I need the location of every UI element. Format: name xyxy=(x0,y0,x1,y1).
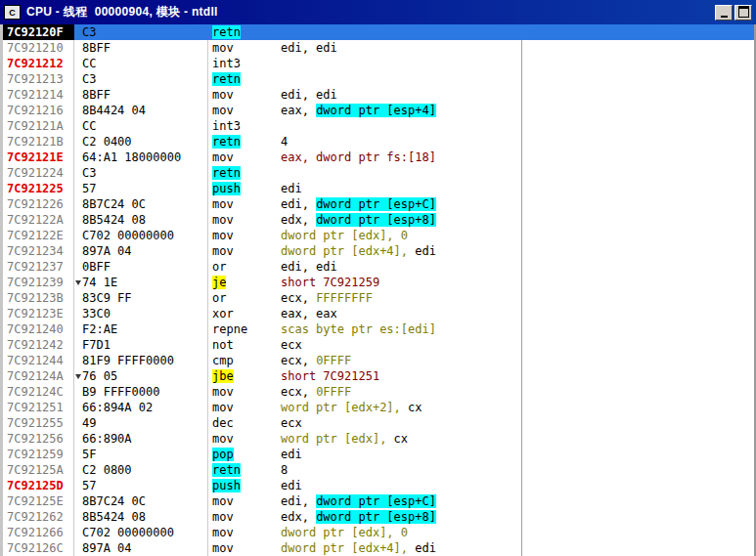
jump-marker-cell xyxy=(74,290,82,306)
mnemonic-cell: int3 xyxy=(208,118,281,134)
jump-marker-cell xyxy=(74,24,82,40)
titlebar[interactable]: C CPU - 线程 00000904, 模块 - ntdll xyxy=(0,0,756,24)
hex-bytes-cell: CC xyxy=(82,56,208,71)
mnemonic-cell: not xyxy=(208,337,281,353)
disassembly-pane[interactable]: 7C92120FC3retn7C9212108BFFmovedi, edi7C9… xyxy=(0,24,756,556)
operand: word ptr [edx], xyxy=(281,432,394,446)
jump-marker-cell xyxy=(74,509,82,525)
minimize-button[interactable] xyxy=(715,5,733,21)
hex-bytes-cell: 57 xyxy=(82,478,208,493)
disasm-row[interactable]: 7C92122EC702 00000000movdword ptr [edx],… xyxy=(3,228,754,243)
address-cell: 7C921240 xyxy=(3,321,74,337)
mnemonic: mov xyxy=(212,385,234,399)
hex-bytes-cell: 66:894A 02 xyxy=(82,400,208,415)
jump-marker-cell xyxy=(74,228,82,243)
hex-bytes-cell: 81F9 FFFF0000 xyxy=(82,353,208,368)
operand: scas byte ptr es:[edi] xyxy=(281,322,436,336)
mnemonic: not xyxy=(212,338,234,352)
jump-marker-cell xyxy=(74,275,82,290)
disasm-row[interactable]: 7C92122557pushedi xyxy=(3,181,754,196)
operands-cell: dword ptr [edx+4], edi xyxy=(281,243,522,259)
operands-cell: edi, edi xyxy=(281,87,522,103)
disasm-row[interactable]: 7C92126C897A 04movdword ptr [edx+4], edi xyxy=(3,540,754,556)
address-cell: 7C921237 xyxy=(3,259,74,275)
disasm-row[interactable]: 7C9212108BFFmovedi, edi xyxy=(3,40,754,56)
operand: cx xyxy=(394,432,408,446)
operands-cell: edi, edi xyxy=(281,40,522,56)
address-cell: 7C921210 xyxy=(3,40,74,56)
disasm-row[interactable]: 7C9212148BFFmovedi, edi xyxy=(3,87,754,103)
disasm-row[interactable]: 7C92125AC2 0800retn8 xyxy=(3,462,754,478)
mnemonic-cell: mov xyxy=(208,87,281,103)
comment-cell xyxy=(522,87,754,103)
mnemonic-cell: xor xyxy=(208,306,281,321)
disasm-row[interactable]: 7C9212595Fpopedi xyxy=(3,447,754,462)
disasm-row[interactable]: 7C92121ACCint3 xyxy=(3,118,754,134)
disasm-row[interactable]: 7C92121BC2 0400retn4 xyxy=(3,134,754,150)
jump-down-icon xyxy=(75,374,81,379)
comment-cell xyxy=(522,447,754,462)
disasm-row[interactable]: 7C92125D57pushedi xyxy=(3,478,754,493)
jump-marker-cell xyxy=(74,306,82,321)
disasm-row[interactable]: 7C92122A8B5424 08movedx, dword ptr [esp+… xyxy=(3,212,754,228)
disasm-row[interactable]: 7C92125166:894A 02movword ptr [edx+2], c… xyxy=(3,400,754,415)
jump-marker-cell xyxy=(74,71,82,87)
hex-bytes-cell: 83C9 FF xyxy=(82,290,208,306)
disasm-row[interactable]: 7C9212628B5424 08movedx, dword ptr [esp+… xyxy=(3,509,754,525)
mnemonic: mov xyxy=(212,213,234,227)
address-cell: 7C921224 xyxy=(3,165,74,181)
hex-bytes-cell: C2 0400 xyxy=(82,134,208,150)
operands-cell: ecx xyxy=(281,337,522,353)
disasm-row[interactable]: 7C92125549dececx xyxy=(3,415,754,431)
disasm-row[interactable]: 7C9212168B4424 04moveax, dword ptr [esp+… xyxy=(3,103,754,118)
disasm-row[interactable]: 7C92123B83C9 FForecx, FFFFFFFF xyxy=(3,290,754,306)
jump-marker-cell xyxy=(74,150,82,165)
operands-cell: eax, eax xyxy=(281,306,522,321)
operand: edi xyxy=(281,479,302,492)
operand: edi xyxy=(281,448,302,461)
mnemonic: dec xyxy=(212,416,234,430)
operand: dword ptr [edx+4], xyxy=(281,244,415,258)
mnemonic: mov xyxy=(212,401,234,414)
disasm-row[interactable]: 7C921266C702 00000000movdword ptr [edx],… xyxy=(3,525,754,540)
comment-cell xyxy=(522,290,754,306)
disasm-row[interactable]: 7C92124A76 05jbeshort 7C921251 xyxy=(3,368,754,384)
disasm-row[interactable]: 7C92123974 1Ejeshort 7C921259 xyxy=(3,275,754,290)
mnemonic-cell: or xyxy=(208,259,281,275)
address-cell: 7C921214 xyxy=(3,87,74,103)
disasm-row[interactable]: 7C9212370BFForedi, edi xyxy=(3,259,754,275)
disasm-row[interactable]: 7C92124CB9 FFFF0000movecx, 0FFFF xyxy=(3,384,754,400)
disasm-row[interactable]: 7C92123E33C0xoreax, eax xyxy=(3,306,754,321)
disasm-row[interactable]: 7C92120FC3retn xyxy=(3,24,754,40)
disasm-row[interactable]: 7C921213C3retn xyxy=(3,71,754,87)
comment-cell xyxy=(522,509,754,525)
maximize-button[interactable] xyxy=(734,5,752,21)
comment-cell xyxy=(522,525,754,540)
operand: edi xyxy=(415,541,436,555)
disasm-row[interactable]: 7C92125E8B7C24 0Cmovedi, dword ptr [esp+… xyxy=(3,493,754,509)
operand: ecx, xyxy=(281,385,316,399)
jump-marker-cell xyxy=(74,212,82,228)
address-cell: 7C921259 xyxy=(3,447,74,462)
operands-cell: edi xyxy=(281,181,522,196)
mnemonic: jbe xyxy=(212,369,234,383)
disasm-row[interactable]: 7C92121E64:A1 18000000moveax, dword ptr … xyxy=(3,150,754,165)
disasm-row[interactable]: 7C92125666:890Amovword ptr [edx], cx xyxy=(3,431,754,447)
jump-marker-cell xyxy=(74,40,82,56)
operands-cell xyxy=(281,56,522,71)
disasm-row[interactable]: 7C921212CCint3 xyxy=(3,56,754,71)
address-cell: 7C921225 xyxy=(3,181,74,196)
operand: ecx, xyxy=(281,354,316,367)
hex-bytes-cell: 64:A1 18000000 xyxy=(82,150,208,165)
disasm-row[interactable]: 7C921240F2:AErepnescas byte ptr es:[edi] xyxy=(3,321,754,337)
operands-cell: edi, edi xyxy=(281,259,522,275)
disasm-row[interactable]: 7C92124481F9 FFFF0000cmpecx, 0FFFF xyxy=(3,353,754,368)
disasm-row[interactable]: 7C921242F7D1notecx xyxy=(3,337,754,353)
mnemonic-cell: push xyxy=(208,181,281,196)
disasm-row[interactable]: 7C921234897A 04movdword ptr [edx+4], edi xyxy=(3,243,754,259)
mnemonic-cell: mov xyxy=(208,196,281,212)
mnemonic-cell: je xyxy=(208,275,281,290)
disasm-row[interactable]: 7C9212268B7C24 0Cmovedi, dword ptr [esp+… xyxy=(3,196,754,212)
operand: 0FFFF xyxy=(316,385,351,399)
disasm-row[interactable]: 7C921224C3retn xyxy=(3,165,754,181)
